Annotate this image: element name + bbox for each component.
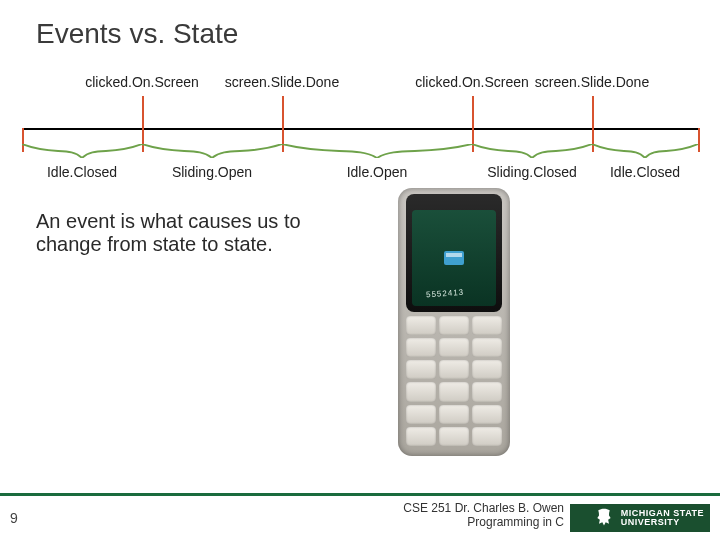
event-tick: [282, 96, 284, 130]
course-credit: CSE 251 Dr. Charles B. Owen Programming …: [403, 502, 564, 530]
course-line-2: Programming in C: [403, 516, 564, 530]
msu-logo: MICHIGAN STATE UNIVERSITY: [570, 504, 710, 532]
state-boundary-tick: [698, 128, 700, 152]
state-label: Idle.Closed: [47, 164, 117, 180]
event-tick: [592, 96, 594, 130]
footer-rule: [0, 493, 720, 496]
phone-keypad: [406, 316, 502, 446]
phone-screen-digits: 5552413: [426, 288, 465, 300]
timeline: clicked.On.Screenscreen.Slide.Doneclicke…: [22, 96, 698, 196]
state-label: Idle.Open: [347, 164, 408, 180]
event-label: screen.Slide.Done: [225, 74, 339, 90]
slide-title: Events vs. State: [36, 18, 238, 50]
event-label: clicked.On.Screen: [85, 74, 199, 90]
caption-text: An event is what causes us to change fro…: [36, 210, 336, 256]
event-label: clicked.On.Screen: [415, 74, 529, 90]
state-brace: [592, 144, 698, 158]
message-icon: [444, 251, 464, 265]
state-brace: [142, 144, 282, 158]
event-label: screen.Slide.Done: [535, 74, 649, 90]
spartan-helmet-icon: [593, 508, 615, 528]
event-tick: [472, 96, 474, 130]
page-number: 9: [10, 510, 18, 526]
state-label: Idle.Closed: [610, 164, 680, 180]
timeline-axis: [22, 128, 698, 130]
course-line-1: CSE 251 Dr. Charles B. Owen: [403, 502, 564, 516]
state-brace: [282, 144, 472, 158]
state-label: Sliding.Open: [172, 164, 252, 180]
state-label: Sliding.Closed: [487, 164, 577, 180]
logo-line-2: UNIVERSITY: [621, 518, 704, 527]
event-tick: [142, 96, 144, 130]
state-brace: [472, 144, 592, 158]
phone-illustration: 5552413: [398, 188, 510, 456]
state-brace: [22, 144, 142, 158]
